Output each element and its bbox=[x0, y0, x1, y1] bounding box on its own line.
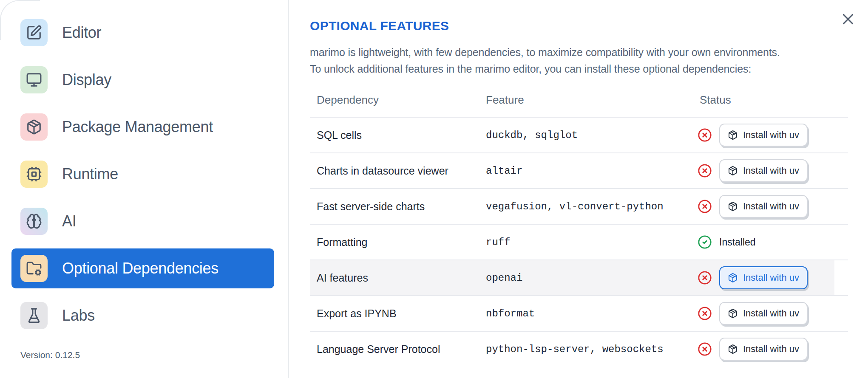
status-cell: Install with uv bbox=[698, 195, 848, 218]
circle-x-icon bbox=[698, 342, 712, 356]
package-icon bbox=[728, 166, 738, 176]
install-with-uv-button[interactable]: Install with uv bbox=[719, 195, 808, 218]
column-header-status: Status bbox=[698, 93, 848, 107]
table-row-charts-in-datasource-viewer: Charts in datasource viewer altair Insta… bbox=[310, 152, 848, 188]
brain-icon bbox=[26, 213, 42, 229]
close-icon bbox=[839, 10, 857, 28]
sidebar-item-editor[interactable]: Editor bbox=[11, 13, 274, 53]
install-button-label: Install with uv bbox=[743, 201, 799, 212]
sidebar-item-label: Labs bbox=[62, 307, 95, 324]
feature-cell: vegafusion, vl-convert-python bbox=[486, 201, 698, 212]
column-header-feature: Feature bbox=[486, 93, 698, 107]
table-row-fast-server-side-charts: Fast server-side charts vegafusion, vl-c… bbox=[310, 188, 848, 224]
main-panel: OPTIONAL FEATURES marimo is lightweight,… bbox=[289, 0, 868, 378]
dependency-cell: Export as IPYNB bbox=[310, 307, 486, 320]
table-row-ai-features: AI features openai Install with uv bbox=[310, 260, 848, 295]
package-icon bbox=[728, 344, 738, 354]
circle-check-icon bbox=[698, 235, 712, 249]
package-icon bbox=[728, 130, 738, 140]
sidebar-item-label: Package Management bbox=[62, 118, 213, 136]
sidebar-nav: Editor Display Package Management Runtim… bbox=[0, 0, 288, 336]
dependency-cell: SQL cells bbox=[310, 129, 486, 141]
settings-dialog: Editor Display Package Management Runtim… bbox=[0, 0, 868, 378]
sidebar-item-labs[interactable]: Labs bbox=[11, 296, 274, 336]
circle-x-icon bbox=[698, 164, 712, 178]
ai-tile bbox=[20, 208, 48, 235]
feature-cell: nbformat bbox=[486, 308, 698, 319]
install-with-uv-button[interactable]: Install with uv bbox=[719, 338, 808, 361]
feature-cell: openai bbox=[486, 272, 698, 284]
sidebar-item-optional-dependencies[interactable]: Optional Dependencies bbox=[11, 248, 274, 288]
sidebar-item-label: Optional Dependencies bbox=[62, 260, 218, 277]
dependency-cell: Charts in datasource viewer bbox=[310, 165, 486, 177]
package-icon bbox=[728, 273, 738, 283]
circle-x-icon bbox=[698, 128, 712, 142]
table-row-language-server-protocol: Language Server Protocol python-lsp-serv… bbox=[310, 331, 848, 367]
folder-cog-icon bbox=[26, 260, 42, 276]
table-row-formatting: Formatting ruff Installed bbox=[310, 224, 848, 260]
install-button-label: Install with uv bbox=[743, 272, 799, 283]
flask-icon bbox=[26, 307, 42, 324]
dependencies-table: Dependency Feature Status SQL cells duck… bbox=[310, 87, 848, 367]
feature-cell: python-lsp-server, websockets bbox=[486, 344, 698, 355]
page-title: OPTIONAL FEATURES bbox=[310, 19, 848, 33]
package-icon bbox=[728, 308, 738, 319]
sidebar-item-label: Display bbox=[62, 71, 111, 89]
dependency-cell: Formatting bbox=[310, 236, 486, 248]
sidebar-item-label: Runtime bbox=[62, 165, 118, 183]
runtime-tile bbox=[20, 161, 48, 188]
status-cell: Install with uv bbox=[698, 338, 848, 361]
install-button-label: Install with uv bbox=[743, 308, 799, 319]
sidebar-item-runtime[interactable]: Runtime bbox=[11, 154, 274, 194]
package-management-tile bbox=[20, 113, 48, 141]
feature-cell: altair bbox=[486, 165, 698, 177]
dependency-cell: Language Server Protocol bbox=[310, 343, 486, 355]
install-with-uv-button[interactable]: Install with uv bbox=[719, 266, 808, 289]
monitor-icon bbox=[26, 72, 42, 88]
install-button-label: Install with uv bbox=[743, 344, 799, 355]
status-cell: Installed bbox=[698, 235, 848, 249]
optional-dependencies-tile bbox=[20, 255, 48, 282]
sidebar: Editor Display Package Management Runtim… bbox=[0, 0, 289, 378]
dependency-cell: Fast server-side charts bbox=[310, 200, 486, 213]
display-tile bbox=[20, 66, 48, 93]
package-icon bbox=[728, 201, 738, 212]
status-cell: Install with uv bbox=[698, 302, 848, 325]
cpu-icon bbox=[26, 166, 42, 182]
status-cell: Install with uv bbox=[698, 266, 848, 289]
table-body: SQL cells duckdb, sqlglot Install with u… bbox=[310, 117, 848, 367]
feature-cell: duckdb, sqlglot bbox=[486, 130, 698, 141]
square-pen-icon bbox=[26, 25, 42, 41]
column-header-dependency: Dependency bbox=[310, 93, 486, 107]
sidebar-item-label: Editor bbox=[62, 24, 101, 42]
table-row-sql-cells: SQL cells duckdb, sqlglot Install with u… bbox=[310, 117, 848, 152]
table-header-row: Dependency Feature Status bbox=[310, 87, 848, 117]
sidebar-item-display[interactable]: Display bbox=[11, 60, 274, 100]
circle-x-icon bbox=[698, 271, 712, 285]
description-line-2: To unlock additional features in the mar… bbox=[310, 63, 751, 75]
sidebar-item-label: AI bbox=[62, 212, 76, 230]
page-description: marimo is lightweight, with few dependen… bbox=[310, 44, 848, 77]
status-cell: Install with uv bbox=[698, 124, 848, 147]
description-line-1: marimo is lightweight, with few dependen… bbox=[310, 46, 780, 58]
status-cell: Install with uv bbox=[698, 159, 848, 182]
close-button[interactable] bbox=[839, 10, 857, 28]
sidebar-item-ai[interactable]: AI bbox=[11, 201, 274, 241]
install-with-uv-button[interactable]: Install with uv bbox=[719, 159, 808, 182]
circle-x-icon bbox=[698, 199, 712, 214]
dependency-cell: AI features bbox=[310, 272, 486, 284]
table-row-export-as-ipynb: Export as IPYNB nbformat Install with uv bbox=[310, 295, 848, 331]
install-button-label: Install with uv bbox=[743, 165, 799, 176]
editor-tile bbox=[20, 19, 48, 46]
labs-tile bbox=[20, 302, 48, 329]
sidebar-item-package-management[interactable]: Package Management bbox=[11, 107, 274, 147]
installed-label: Installed bbox=[719, 237, 756, 248]
install-button-label: Install with uv bbox=[743, 130, 799, 141]
install-with-uv-button[interactable]: Install with uv bbox=[719, 302, 808, 325]
circle-x-icon bbox=[698, 306, 712, 321]
install-with-uv-button[interactable]: Install with uv bbox=[719, 124, 808, 147]
version-label: Version: 0.12.5 bbox=[20, 350, 80, 360]
feature-cell: ruff bbox=[486, 237, 698, 248]
package-icon bbox=[26, 119, 42, 135]
